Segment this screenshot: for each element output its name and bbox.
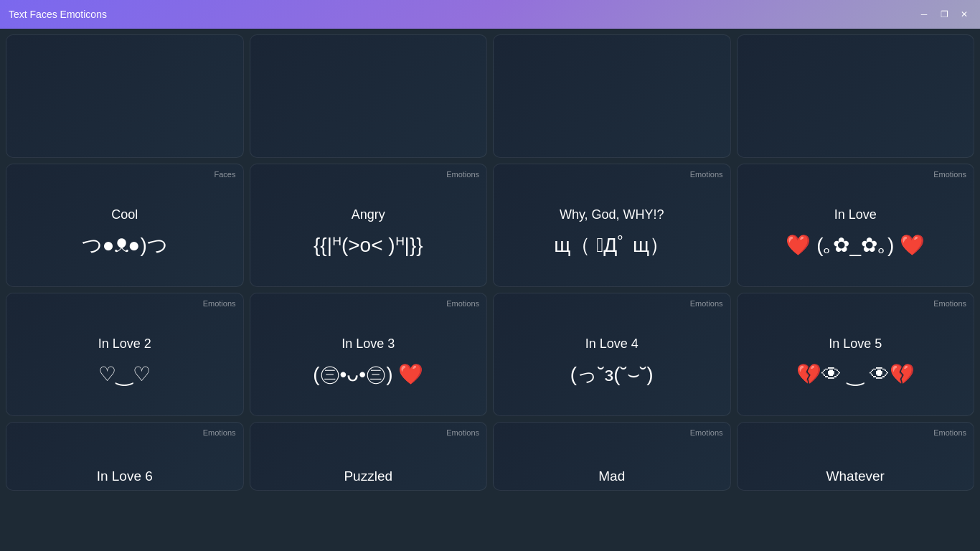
card-inlove4-category: Emotions (690, 299, 723, 308)
card-whygod-title: Why, God, WHY!? (560, 207, 664, 222)
card-whatever-title: Whatever (826, 468, 885, 484)
card-puzzled-title: Puzzled (344, 468, 392, 484)
card-puzzled[interactable]: Emotions Puzzled (250, 422, 488, 491)
card-whygod-emoji: щ（ ﾟДﾟ щ） (554, 233, 669, 258)
card-cool-emoji: つ●ᴥ●)つ (82, 233, 168, 258)
card-inlove2-category: Emotions (203, 299, 236, 308)
card-angry[interactable]: Emotions Angry {{|ᴴ(>o< )ᴴ|}} (250, 164, 488, 287)
card-whygod-category: Emotions (690, 170, 723, 179)
card-inlove5-category: Emotions (933, 299, 966, 308)
card-inlove2-title: In Love 2 (98, 336, 151, 352)
card-whatever-category: Emotions (933, 428, 966, 437)
card-inlove6-category: Emotions (203, 428, 236, 437)
card-cool[interactable]: Faces Cool つ●ᴥ●)つ (6, 164, 244, 287)
card-angry-title: Angry (352, 207, 385, 222)
card-puzzled-category: Emotions (446, 428, 479, 437)
card-whygod[interactable]: Emotions Why, God, WHY!? щ（ ﾟДﾟ щ） (493, 164, 731, 287)
card-inlove3-title: In Love 3 (341, 336, 395, 352)
card-inlove5[interactable]: Emotions In Love 5 💔👁 ‿ 👁💔 (737, 293, 975, 416)
card-top-1[interactable] (6, 34, 244, 158)
card-inlove2-emoji: ♡‿♡ (98, 362, 151, 387)
card-mad[interactable]: Emotions Mad (493, 422, 731, 491)
card-inlove3-category: Emotions (446, 299, 479, 308)
main-content: Faces Cool つ●ᴥ●)つ Emotions Angry {{|ᴴ(>o… (0, 29, 980, 551)
card-inlove5-emoji: 💔👁 ‿ 👁💔 (796, 362, 915, 387)
minimize-button[interactable]: ─ (917, 7, 931, 22)
card-inlove6[interactable]: Emotions In Love 6 (6, 422, 244, 491)
card-inlove-title: In Love (834, 207, 877, 222)
card-top-3[interactable] (493, 34, 731, 158)
card-inlove3[interactable]: Emotions In Love 3 (㊂•ᴗ•㊂) ❤️ (250, 293, 488, 416)
card-inlove[interactable]: Emotions In Love ❤️ (｡✿_✿｡) ❤️ (737, 164, 975, 287)
card-inlove2[interactable]: Emotions In Love 2 ♡‿♡ (6, 293, 244, 416)
card-mad-title: Mad (598, 468, 625, 484)
app-title: Text Faces Emoticons (9, 9, 107, 20)
card-inlove4-emoji: (っ˘з(˘⌣˘) (570, 362, 654, 387)
card-inlove-category: Emotions (933, 170, 966, 179)
card-inlove3-emoji: (㊂•ᴗ•㊂) ❤️ (313, 362, 423, 387)
card-cool-category: Faces (215, 170, 236, 179)
window-controls: ─ ❐ ✕ (917, 7, 971, 22)
card-mad-category: Emotions (690, 428, 723, 437)
card-inlove4[interactable]: Emotions In Love 4 (っ˘з(˘⌣˘) (493, 293, 731, 416)
card-inlove5-title: In Love 5 (829, 336, 882, 352)
card-grid: Faces Cool つ●ᴥ●)つ Emotions Angry {{|ᴴ(>o… (0, 29, 980, 551)
titlebar: Text Faces Emoticons ─ ❐ ✕ (0, 0, 980, 29)
close-button[interactable]: ✕ (957, 7, 971, 22)
card-top-2[interactable] (250, 34, 488, 158)
maximize-button[interactable]: ❐ (937, 7, 951, 22)
card-cool-title: Cool (111, 207, 138, 222)
card-inlove4-title: In Love 4 (585, 336, 639, 352)
card-angry-category: Emotions (446, 170, 479, 179)
card-top-4[interactable] (737, 34, 975, 158)
card-angry-emoji: {{|ᴴ(>o< )ᴴ|}} (314, 233, 423, 258)
card-whatever[interactable]: Emotions Whatever (737, 422, 975, 491)
card-inlove-emoji: ❤️ (｡✿_✿｡) ❤️ (786, 233, 925, 258)
card-inlove6-title: In Love 6 (97, 468, 153, 484)
